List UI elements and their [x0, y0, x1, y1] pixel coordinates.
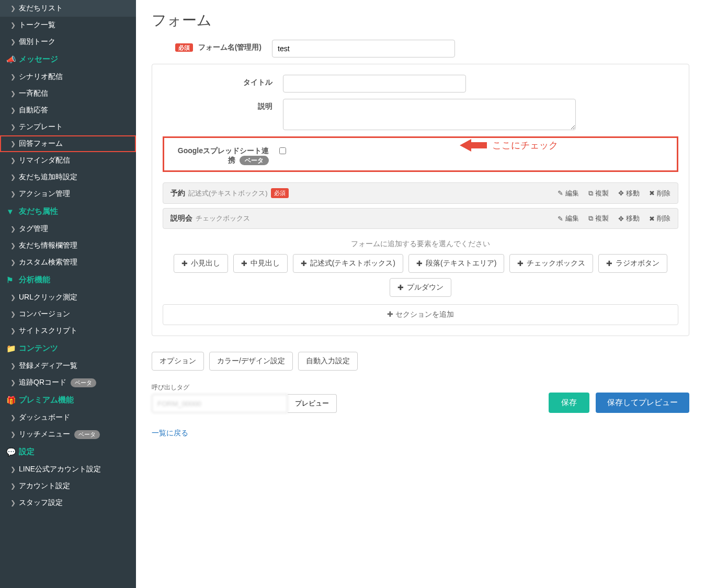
title-input[interactable]	[283, 75, 466, 93]
question-type: 記述式(テキストボックス)	[188, 189, 268, 198]
plus-icon: ✚	[416, 259, 423, 268]
save-and-preview-button[interactable]: 保存してプレビュー	[596, 393, 689, 413]
move-icon: ✥	[618, 215, 624, 223]
chevron-right-icon: ❯	[10, 123, 16, 131]
edit-button[interactable]: ✎編集	[558, 189, 579, 198]
add-element-button[interactable]: ✚プルダウン	[390, 278, 451, 297]
nav-item[interactable]: ❯一斉配信	[0, 85, 136, 102]
button-label: チェックボックス	[527, 259, 585, 268]
nav-item[interactable]: ❯LINE公式アカウント設定	[0, 461, 136, 478]
add-element-button[interactable]: ✚小見出し	[174, 254, 228, 273]
annotation-arrow: ここにチェック	[460, 139, 558, 152]
calltag-input[interactable]	[152, 394, 288, 413]
edit-button[interactable]: ✎編集	[558, 214, 579, 223]
nav-label: 個別トーク	[19, 37, 55, 47]
button-label: ラジオボタン	[616, 259, 659, 268]
nav-item[interactable]: ❯個別トーク	[0, 33, 136, 50]
back-link[interactable]: 一覧に戻る	[152, 429, 188, 438]
section-settings: 💬設定	[0, 443, 136, 461]
chevron-right-icon: ❯	[10, 242, 16, 249]
form-name-input[interactable]	[272, 40, 455, 57]
title-label: タイトル	[163, 75, 283, 87]
nav-item[interactable]: ❯アクション管理	[0, 186, 136, 202]
beta-badge: ベータ	[240, 156, 269, 165]
nav-item[interactable]: ❯スタッフ設定	[0, 494, 136, 511]
nav-label: タグ管理	[19, 224, 48, 234]
nav-label: 友だち情報欄管理	[19, 241, 77, 250]
calltag-label: 呼び出しタグ	[152, 383, 689, 392]
move-button[interactable]: ✥移動	[618, 214, 640, 223]
nav-item[interactable]: ❯リッチメニューベータ	[0, 426, 136, 443]
option-button[interactable]: 自動入力設定	[298, 352, 358, 371]
add-element-button[interactable]: ✚段落(テキストエリア)	[408, 254, 504, 273]
chevron-right-icon: ❯	[10, 190, 16, 198]
nav-item[interactable]: ❯コンバージョン	[0, 306, 136, 322]
beta-badge: ベータ	[74, 430, 100, 439]
nav-item[interactable]: ❯ダッシュボード	[0, 409, 136, 426]
add-element-button[interactable]: ✚ラジオボタン	[598, 254, 667, 273]
nav-item[interactable]: ❯URLクリック測定	[0, 289, 136, 306]
nav-label: LINE公式アカウント設定	[19, 465, 101, 474]
nav-item[interactable]: ❯アカウント設定	[0, 478, 136, 494]
nav-item[interactable]: ❯追跡QRコードベータ	[0, 374, 136, 391]
nav-item[interactable]: ❯タグ管理	[0, 221, 136, 237]
move-icon: ✥	[618, 189, 624, 197]
question-title: 説明会	[170, 214, 192, 223]
chevron-right-icon: ❯	[10, 225, 16, 233]
copy-button[interactable]: ⧉複製	[588, 189, 609, 198]
pencil-icon: ✎	[558, 189, 563, 197]
button-label: 中見出し	[251, 259, 280, 268]
chevron-right-icon: ❯	[10, 174, 16, 181]
nav-label: カスタム検索管理	[19, 258, 77, 267]
preview-button[interactable]: プレビュー	[288, 394, 337, 413]
nav-item[interactable]: ❯友だちリスト	[0, 0, 136, 17]
close-icon: ✖	[649, 215, 655, 223]
save-button[interactable]: 保存	[549, 393, 589, 413]
chevron-right-icon: ❯	[10, 73, 16, 80]
add-element-button[interactable]: ✚中見出し	[233, 254, 288, 273]
plus-icon: ✚	[301, 259, 307, 268]
google-sheets-highlight: Googleスプレッドシート連 携 ベータ ここにチェック	[163, 136, 678, 172]
nav-item[interactable]: ❯リマインダ配信	[0, 152, 136, 169]
add-element-button[interactable]: ✚記述式(テキストボックス)	[293, 254, 403, 273]
nav-item[interactable]: ❯シナリオ配信	[0, 68, 136, 85]
nav-item[interactable]: ❯友だち情報欄管理	[0, 237, 136, 254]
nav-label: 自動応答	[19, 106, 48, 115]
chevron-right-icon: ❯	[10, 379, 16, 386]
chevron-right-icon: ❯	[10, 5, 16, 12]
delete-button[interactable]: ✖削除	[649, 214, 670, 223]
chevron-right-icon: ❯	[10, 327, 16, 335]
copy-icon: ⧉	[588, 214, 593, 223]
nav-item[interactable]: ❯サイトスクリプト	[0, 322, 136, 339]
add-element-button[interactable]: ✚チェックボックス	[509, 254, 593, 273]
google-sheets-checkbox[interactable]	[279, 147, 286, 154]
nav-item[interactable]: ❯自動応答	[0, 102, 136, 119]
nav-item[interactable]: ❯カスタム検索管理	[0, 254, 136, 271]
option-button[interactable]: カラー/デザイン設定	[209, 352, 293, 371]
nav-label: リマインダ配信	[19, 156, 70, 165]
nav-label: 友だち追加時設定	[19, 172, 77, 182]
nav-label: リッチメニュー	[19, 430, 70, 439]
move-button[interactable]: ✥移動	[618, 189, 640, 198]
nav-item[interactable]: ❯登録メディア一覧	[0, 358, 136, 374]
nav-label: 登録メディア一覧	[19, 361, 77, 371]
chevron-right-icon: ❯	[10, 466, 16, 473]
desc-label: 説明	[163, 99, 283, 111]
delete-button[interactable]: ✖削除	[649, 189, 670, 198]
option-button[interactable]: オプション	[152, 352, 204, 371]
nav-item[interactable]: ❯友だち追加時設定	[0, 169, 136, 186]
nav-item[interactable]: ❯トーク一覧	[0, 17, 136, 33]
chevron-right-icon: ❯	[10, 38, 16, 45]
question-bar: 予約記述式(テキストボックス)必須✎編集⧉複製✥移動✖削除	[163, 182, 678, 204]
gift-icon: 🎁	[6, 396, 15, 405]
question-bar: 説明会チェックボックス✎編集⧉複製✥移動✖削除	[163, 208, 678, 229]
nav-item[interactable]: ❯テンプレート	[0, 119, 136, 135]
chevron-right-icon: ❯	[10, 259, 16, 266]
desc-textarea[interactable]	[283, 99, 576, 130]
chevron-right-icon: ❯	[10, 140, 16, 147]
filter-icon: ▼	[6, 207, 15, 216]
chevron-right-icon: ❯	[10, 482, 16, 490]
add-section-button[interactable]: ✚ セクションを追加	[163, 304, 678, 325]
nav-item[interactable]: ❯回答フォーム	[0, 135, 136, 152]
copy-button[interactable]: ⧉複製	[588, 214, 609, 223]
